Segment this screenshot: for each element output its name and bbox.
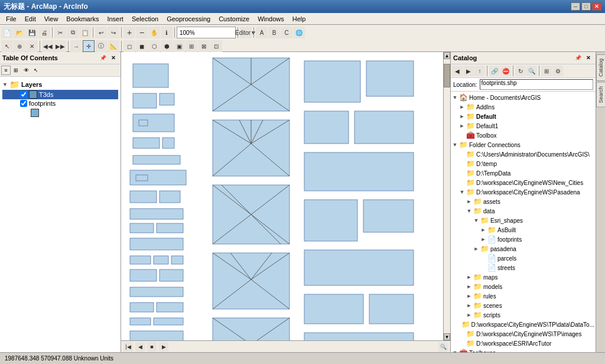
nav-next[interactable]: ▶: [159, 342, 168, 352]
tb-forward[interactable]: ▶▶: [54, 40, 66, 52]
tree-maps[interactable]: ► 📁 maps: [452, 272, 594, 282]
tree-parcels[interactable]: 📄 parcels: [452, 254, 594, 263]
tb-btn-b[interactable]: B: [268, 27, 280, 38]
tb-d8[interactable]: ⊡: [210, 40, 222, 52]
tb-copy[interactable]: ⧉: [67, 27, 79, 38]
tb-zoom-out[interactable]: −: [136, 27, 148, 38]
menu-view[interactable]: View: [41, 14, 62, 24]
tree-pasadena-folder[interactable]: ► 📁 pasadena: [452, 244, 594, 254]
menu-edit[interactable]: Edit: [21, 14, 40, 24]
nav-stop[interactable]: ■: [147, 342, 157, 352]
tree-dtp[interactable]: 📁 D:\workspace\CityEngineWS\TP\data\Data…: [452, 320, 594, 329]
layer-footprints[interactable]: footprints: [2, 99, 118, 108]
catalog-pin-btn[interactable]: 📌: [573, 53, 583, 63]
tb-cut[interactable]: ✂: [54, 27, 66, 38]
tree-home[interactable]: ▼ 🏠 Home - Documents\ArcGIS: [452, 93, 594, 102]
tree-dtpimages[interactable]: 📁 D:\workspace\CityEngineWS\TP\images: [452, 329, 594, 339]
menu-help[interactable]: Help: [289, 14, 310, 24]
tb-btn-a[interactable]: A: [256, 27, 268, 38]
catalog-close-btn[interactable]: ✕: [584, 53, 593, 63]
tb-btn-c[interactable]: C: [281, 27, 292, 38]
tb-clear[interactable]: ✕: [26, 40, 38, 52]
tb-print[interactable]: 🖨: [38, 27, 50, 38]
scroll-up[interactable]: ▲: [444, 52, 450, 59]
tb-info[interactable]: ⓘ: [95, 40, 107, 52]
menu-geoprocessing[interactable]: Geoprocessing: [163, 14, 214, 24]
cat-back[interactable]: ◀: [452, 66, 463, 76]
tb-arrow[interactable]: →: [70, 40, 82, 52]
layer-footprints-checkbox[interactable]: [20, 100, 27, 107]
toc-pin-btn[interactable]: 📌: [98, 53, 108, 63]
menu-customize[interactable]: Customize: [215, 14, 253, 24]
tree-desri[interactable]: 📁 D:\workspace\ESRI\ArcTutor: [452, 339, 594, 348]
nav-first[interactable]: |◀: [123, 342, 133, 352]
menu-file[interactable]: File: [2, 14, 20, 24]
map-vscrollbar[interactable]: ▲ ▼: [443, 52, 450, 340]
tree-default1[interactable]: ► 📁 Default1: [452, 121, 594, 131]
menu-insert[interactable]: Insert: [103, 14, 127, 24]
tb-measure[interactable]: 📐: [108, 40, 119, 52]
cat-forward[interactable]: ▶: [463, 66, 474, 76]
tree-streets[interactable]: 📄 streets: [452, 263, 594, 272]
close-button[interactable]: ✕: [592, 2, 601, 11]
tb-crosshair[interactable]: ✛: [83, 40, 95, 52]
tree-dnew[interactable]: 📁 D:\workspace\CityEngineWS\New_Cities: [452, 178, 594, 187]
toc-source-view[interactable]: ⊞: [11, 66, 21, 75]
cat-disconnect[interactable]: ⛔: [500, 66, 511, 76]
maximize-button[interactable]: □: [581, 2, 591, 11]
menu-selection[interactable]: Selection: [128, 14, 162, 24]
map-canvas[interactable]: ▲ ▼ |◀ ◀ ■ ▶ 🔍: [121, 52, 451, 352]
layer-t3ds-checkbox[interactable]: [20, 91, 27, 98]
nav-prev[interactable]: ◀: [135, 342, 145, 352]
toc-list-view[interactable]: ≡: [1, 66, 11, 75]
tb-zoom-in[interactable]: +: [123, 27, 135, 38]
toc-selection-view[interactable]: ↖: [31, 66, 41, 75]
minimize-button[interactable]: ─: [571, 2, 580, 11]
tree-scripts[interactable]: ► 📁 scripts: [452, 310, 594, 320]
tb-pan[interactable]: ✋: [148, 27, 160, 38]
scroll-thumb[interactable]: [444, 64, 450, 87]
layer-t3ds[interactable]: T3ds: [2, 90, 118, 99]
menu-windows[interactable]: Windows: [254, 14, 288, 24]
tb-zoom-selected[interactable]: ⊕: [14, 40, 25, 52]
tb-editor[interactable]: Editor▼: [240, 27, 252, 38]
cat-search[interactable]: 🔍: [526, 66, 537, 76]
tb-redo[interactable]: ↪: [108, 27, 119, 38]
catalog-location-input[interactable]: footprints.shp: [480, 79, 593, 90]
tree-asbuilt[interactable]: ► 📁 AsBuilt: [452, 225, 594, 235]
tree-dtempdata[interactable]: 📁 D:\TempData: [452, 168, 594, 178]
tb-identify[interactable]: ℹ: [161, 27, 173, 38]
side-tab-search[interactable]: Search: [596, 82, 606, 108]
tb-select[interactable]: ↖: [1, 40, 13, 52]
tree-addins[interactable]: ► 📁 AddIns: [452, 102, 594, 112]
cat-options[interactable]: ⚙: [552, 66, 563, 76]
cat-connect[interactable]: 🔗: [489, 66, 500, 76]
toc-visibility-view[interactable]: 👁: [21, 66, 31, 75]
tb-new[interactable]: 📄: [1, 27, 13, 38]
toc-close-btn[interactable]: ✕: [109, 53, 118, 63]
cat-view[interactable]: ⊞: [541, 66, 552, 76]
tree-dtemp[interactable]: 📁 D:\temp: [452, 159, 594, 168]
tree-esri-shapes[interactable]: ▼ 📁 Esri_shapes: [452, 216, 594, 225]
tree-assets[interactable]: ► 📁 assets: [452, 197, 594, 206]
tree-folder-connections[interactable]: ▼ 📁 Folder Connections: [452, 140, 594, 150]
tb-d2[interactable]: ◼: [136, 40, 148, 52]
tb-d1[interactable]: ◻: [123, 40, 135, 52]
tree-default[interactable]: ► 📁 Default: [452, 112, 594, 121]
cat-refresh[interactable]: ↻: [515, 66, 526, 76]
tree-scenes[interactable]: ► 📁 scenes: [452, 301, 594, 310]
menu-bookmarks[interactable]: Bookmarks: [63, 14, 102, 24]
tree-cadmin[interactable]: 📁 C:\Users\Administrator\Documents\ArcGI…: [452, 150, 594, 159]
tb-scale-dropdown[interactable]: 100%: [177, 27, 236, 38]
tb-d5[interactable]: ▣: [173, 40, 185, 52]
tb-save[interactable]: 💾: [26, 27, 38, 38]
layers-group-header[interactable]: ▼ 📁 Layers: [2, 79, 118, 90]
scroll-down[interactable]: ▼: [444, 333, 450, 340]
tb-d6[interactable]: ⊞: [186, 40, 197, 52]
tb-d7[interactable]: ⊠: [198, 40, 210, 52]
tree-footprints-file[interactable]: ► 📄 footprints: [452, 235, 594, 244]
nav-zoom[interactable]: 🔍: [438, 342, 448, 352]
tb-open[interactable]: 📂: [14, 27, 25, 38]
tree-data[interactable]: ▼ 📁 data: [452, 206, 594, 216]
tb-full-extent[interactable]: 🌐: [293, 27, 305, 38]
